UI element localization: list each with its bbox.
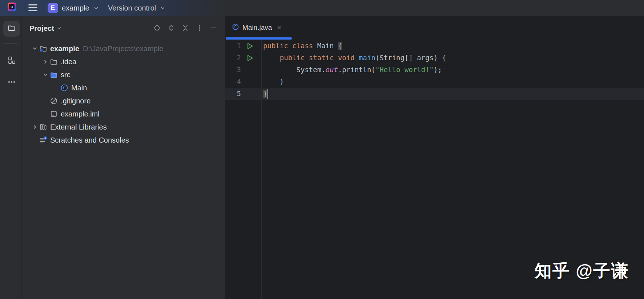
line-number: 4 [225, 76, 241, 88]
structure-icon [7, 56, 16, 66]
tree-item-main[interactable]: CMain [22, 81, 225, 94]
tool-window-strip [0, 16, 22, 299]
code-text: System.out.println("Hello world!"); [263, 64, 442, 76]
tree-item-label: .idea [61, 58, 76, 66]
tree-item-example[interactable]: exampleD:\JavaProjects\example [22, 42, 225, 55]
tab-main-java[interactable]: C Main.java [226, 16, 292, 37]
vcs-label: Version control [108, 4, 156, 12]
gutter-spacer [246, 90, 254, 98]
tree-item-label: src [61, 71, 71, 79]
more-tool-windows-button[interactable] [3, 75, 20, 91]
main-toolbar: IJ E example Version control [0, 0, 644, 16]
run-icon[interactable] [246, 54, 254, 62]
project-panel-actions [153, 24, 218, 32]
gutter-spacer [246, 66, 254, 74]
line-number: 3 [225, 64, 241, 76]
project-panel-header: Project [22, 16, 225, 38]
text-caret [267, 89, 268, 99]
code-text: } [263, 76, 284, 88]
chevron-down-icon[interactable] [31, 45, 39, 53]
editor-area: C Main.java 1public class Main {2 public… [225, 16, 644, 299]
ellipsis-icon [7, 77, 16, 88]
project-panel-title: Project [29, 24, 54, 33]
module-file-icon [50, 110, 58, 118]
expand-all-icon[interactable] [167, 24, 175, 32]
java-class-icon: C [60, 84, 68, 92]
chevron-spacer [52, 84, 60, 92]
code-line-2[interactable]: 2 public static void main(String[] args)… [225, 52, 644, 64]
svg-text:C: C [63, 85, 66, 90]
chevron-down-icon [160, 5, 165, 11]
project-selector[interactable]: E example [48, 0, 99, 16]
tree-item-label: .gitignore [61, 97, 90, 105]
code-line-1[interactable]: 1public class Main { [225, 40, 644, 52]
folder-icon [7, 24, 16, 34]
code-text: public static void main(String[] args) { [263, 52, 446, 64]
watermark: 知乎 @子谦 [535, 259, 629, 282]
project-folder-icon [39, 45, 47, 53]
active-tab-indicator [226, 37, 292, 40]
chevron-spacer [31, 136, 39, 144]
tree-item-label: Main [71, 84, 87, 92]
gutter-spacer [246, 78, 254, 86]
vcs-selector[interactable]: Version control [108, 0, 165, 16]
code-line-4[interactable]: 4 } [225, 76, 644, 88]
source-folder-icon [50, 71, 58, 79]
line-number: 2 [225, 52, 241, 64]
tree-item--gitignore[interactable]: .gitignore [22, 94, 225, 107]
editor-tab-bar: C Main.java [225, 16, 644, 40]
code-text: } [263, 88, 267, 100]
project-tool-button[interactable] [3, 21, 20, 37]
project-tree: exampleD:\JavaProjects\example.ideasrcCM… [22, 38, 225, 147]
tree-item-label: External Libraries [50, 123, 107, 131]
scratches-icon [39, 136, 47, 144]
collapse-all-icon[interactable] [181, 24, 189, 32]
project-view-dropdown[interactable]: Project [29, 24, 62, 33]
tree-item-external-libraries[interactable]: External Libraries [22, 120, 225, 134]
chevron-spacer [41, 110, 50, 118]
code-line-5[interactable]: 5} [225, 88, 644, 100]
folder-icon [50, 58, 58, 66]
hide-icon[interactable] [210, 24, 218, 32]
chevron-right-icon[interactable] [31, 123, 39, 131]
run-icon[interactable] [246, 42, 254, 50]
project-badge: E [48, 3, 58, 13]
tree-item-label: example [50, 45, 79, 53]
svg-text:C: C [234, 24, 237, 29]
ignored-file-icon [50, 97, 58, 105]
project-name: example [62, 4, 89, 12]
project-path-hint: D:\JavaProjects\example [83, 45, 163, 53]
tree-item-label: example.iml [61, 110, 100, 118]
line-number: 5 [225, 88, 241, 100]
hamburger-menu-icon[interactable] [28, 4, 37, 11]
tree-item--idea[interactable]: .idea [22, 55, 225, 68]
chevron-down-icon[interactable] [41, 71, 50, 79]
structure-tool-button[interactable] [3, 53, 20, 69]
strip-divider [4, 43, 17, 44]
intellij-idea-logo: IJ [8, 3, 16, 11]
library-icon [39, 123, 47, 131]
intellij-logo-text: IJ [9, 4, 15, 9]
code-line-3[interactable]: 3 System.out.println("Hello world!"); [225, 64, 644, 76]
tab-label: Main.java [242, 24, 272, 32]
locate-icon[interactable] [153, 24, 161, 32]
tree-item-src[interactable]: src [22, 68, 225, 81]
java-class-icon: C [232, 23, 239, 32]
close-icon[interactable] [277, 25, 282, 30]
chevron-spacer [41, 97, 50, 105]
chevron-down-icon [57, 24, 62, 33]
chevron-right-icon[interactable] [41, 58, 50, 66]
tree-item-label: Scratches and Consoles [50, 136, 129, 144]
chevron-down-icon [93, 5, 99, 11]
tree-item-example-iml[interactable]: example.iml [22, 107, 225, 120]
line-number: 1 [225, 40, 241, 52]
code-text: public class Main { [263, 40, 342, 52]
project-tool-window: Project exampleD:\JavaProjects\example.i… [22, 16, 225, 299]
tree-item-scratches-and-consoles[interactable]: Scratches and Consoles [22, 134, 225, 147]
more-vertical-icon[interactable] [196, 24, 204, 32]
